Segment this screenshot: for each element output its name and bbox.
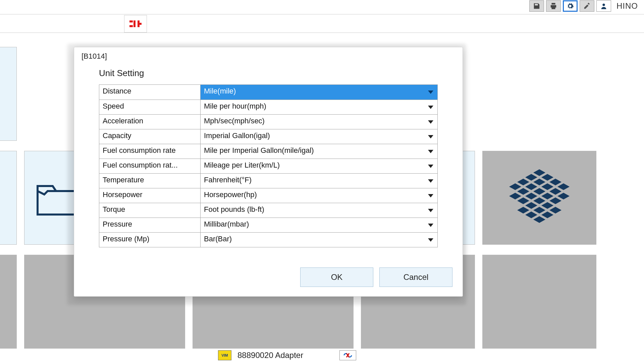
brand-label: HINO — [616, 1, 638, 11]
bg-tile-cube[interactable] — [482, 151, 596, 245]
adapter-icon: VIM — [218, 350, 231, 360]
ok-button[interactable]: OK — [300, 267, 373, 287]
edit-icon[interactable] — [580, 0, 594, 12]
svg-marker-25 — [517, 197, 529, 204]
unit-label: Distance — [99, 85, 201, 100]
unit-dropdown[interactable]: Mile per Imperial Gallon(mile/igal) — [201, 144, 437, 159]
unit-row: Pressure (Mp)Bar(Bar) — [99, 232, 437, 247]
bg-tile — [0, 255, 17, 349]
unit-label: Pressure (Mp) — [99, 232, 201, 247]
svg-marker-24 — [549, 197, 561, 204]
unit-row: DistanceMile(mile) — [99, 85, 437, 100]
unit-row: CapacityImperial Gallon(igal) — [99, 129, 437, 144]
unit-dropdown[interactable]: Mile(mile) — [201, 85, 437, 100]
unit-row: TemperatureFahrenheit(°F) — [99, 173, 437, 188]
unit-label: Torque — [99, 203, 201, 218]
chevron-down-icon — [428, 106, 433, 109]
dialog-title: Unit Setting — [99, 68, 452, 78]
print-icon[interactable] — [546, 0, 561, 12]
svg-marker-26 — [533, 197, 545, 204]
chevron-down-icon — [428, 165, 433, 168]
unit-label: Speed — [99, 100, 201, 114]
svg-marker-34 — [541, 212, 553, 218]
dialog-code: [B1014] — [82, 52, 452, 61]
svg-marker-32 — [549, 207, 561, 214]
unit-dropdown[interactable]: Mileage per Liter(km/L) — [201, 159, 437, 173]
top-toolbar: HINO — [529, 0, 644, 12]
bg-tile — [0, 151, 17, 245]
svg-rect-5 — [138, 23, 142, 25]
unit-dropdown[interactable]: Foot pounds (lb-ft) — [201, 203, 437, 218]
chevron-down-icon — [428, 179, 433, 183]
unit-label: Pressure — [99, 218, 201, 232]
unit-row: Fuel consumption rateMile per Imperial G… — [99, 144, 437, 159]
unit-row: TorqueFoot pounds (lb-ft) — [99, 203, 437, 218]
chevron-down-icon — [428, 135, 433, 138]
svg-marker-21 — [509, 183, 521, 190]
svg-rect-3 — [133, 20, 136, 27]
cancel-button[interactable]: Cancel — [379, 267, 452, 287]
svg-marker-23 — [525, 193, 537, 199]
svg-rect-1 — [129, 20, 133, 22]
unit-row: Fuel consumption rat...Mileage per Liter… — [99, 159, 437, 173]
unit-dropdown[interactable]: Mph/sec(mph/sec) — [201, 114, 437, 129]
svg-marker-9 — [533, 169, 545, 176]
unit-row: PressureMillibar(mbar) — [99, 218, 437, 232]
svg-marker-36 — [533, 216, 545, 223]
unit-label: Fuel consumption rat... — [99, 159, 201, 173]
ribbon-bar — [0, 14, 644, 33]
svg-marker-33 — [517, 207, 529, 214]
chevron-down-icon — [428, 224, 433, 227]
svg-marker-30 — [525, 202, 537, 209]
chevron-down-icon — [428, 209, 433, 212]
dialog-buttons: OK Cancel — [82, 267, 452, 287]
unit-label: Capacity — [99, 129, 201, 144]
chevron-down-icon — [428, 120, 433, 124]
svg-marker-16 — [525, 183, 537, 190]
status-bar: VIM 88890020 Adapter — [218, 349, 356, 362]
chevron-down-icon — [428, 238, 433, 242]
svg-marker-15 — [541, 183, 553, 190]
bg-tile — [482, 255, 596, 349]
svg-marker-18 — [549, 188, 561, 195]
save-icon[interactable] — [529, 0, 544, 12]
unit-dropdown[interactable]: Horsepower(hp) — [201, 188, 437, 203]
svg-marker-10 — [541, 174, 553, 181]
svg-marker-14 — [533, 179, 545, 185]
svg-marker-12 — [549, 179, 561, 185]
unit-row: SpeedMile per hour(mph) — [99, 100, 437, 114]
unit-label: Horsepower — [99, 188, 201, 203]
disconnect-icon[interactable] — [339, 350, 356, 360]
unit-row: AccelerationMph/sec(mph/sec) — [99, 114, 437, 129]
unit-dropdown[interactable]: Bar(Bar) — [201, 232, 437, 247]
settings-icon[interactable] — [563, 0, 578, 12]
svg-marker-31 — [533, 207, 545, 214]
svg-marker-19 — [517, 188, 529, 195]
svg-point-0 — [602, 4, 605, 6]
unit-dropdown[interactable]: Millibar(mbar) — [201, 218, 437, 232]
svg-marker-22 — [541, 193, 553, 199]
adapter-label: 88890020 Adapter — [237, 351, 303, 360]
chevron-down-icon — [428, 194, 433, 197]
svg-marker-28 — [509, 193, 521, 199]
unit-dropdown[interactable]: Fahrenheit(°F) — [201, 173, 437, 188]
chevron-down-icon — [428, 150, 433, 153]
unit-setting-dialog: [B1014] Unit Setting DistanceMile(mile)S… — [74, 47, 463, 297]
svg-marker-17 — [533, 188, 545, 195]
unit-label: Temperature — [99, 173, 201, 188]
svg-rect-2 — [129, 25, 133, 27]
unit-table: DistanceMile(mile)SpeedMile per hour(mph… — [99, 84, 438, 247]
unit-dropdown[interactable]: Imperial Gallon(igal) — [201, 129, 437, 144]
user-icon[interactable] — [596, 0, 611, 12]
bg-tile — [0, 47, 17, 141]
svg-marker-29 — [541, 202, 553, 209]
connector-icon[interactable] — [124, 15, 147, 33]
svg-marker-27 — [557, 193, 570, 199]
unit-dropdown[interactable]: Mile per hour(mph) — [201, 100, 437, 114]
unit-label: Acceleration — [99, 114, 201, 129]
unit-label: Fuel consumption rate — [99, 144, 201, 159]
svg-marker-11 — [525, 174, 537, 181]
svg-marker-35 — [525, 212, 537, 218]
unit-row: HorsepowerHorsepower(hp) — [99, 188, 437, 203]
svg-marker-20 — [557, 183, 570, 190]
